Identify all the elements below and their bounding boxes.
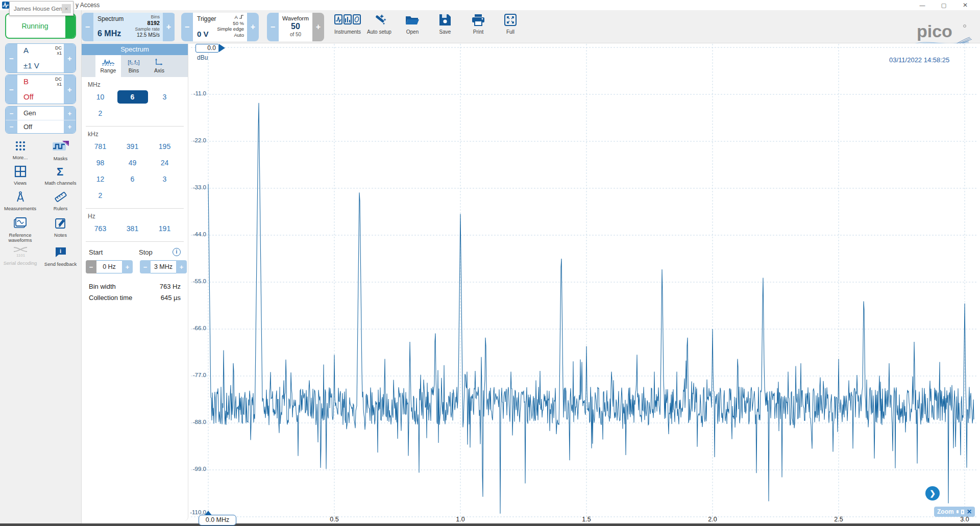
range-option-6mhz-selected[interactable]: 6	[117, 90, 148, 104]
range-option-6khz[interactable]: 6	[117, 172, 148, 186]
channel-b-settings[interactable]: B DCx1 Off	[17, 75, 64, 104]
channel-a-increase-button[interactable]: +	[64, 44, 76, 72]
range-option-781khz[interactable]: 781	[85, 140, 116, 153]
start-label: Start	[89, 248, 139, 256]
capture-timestamp: 03/11/2022 14:58:25	[889, 56, 980, 64]
info-icon[interactable]: i	[173, 248, 181, 256]
channel-a-settings[interactable]: A DCx1 ±1 V	[17, 44, 64, 72]
device-name-popup: James House Gen... ×	[9, 1, 74, 16]
y-tick-label: -66.0	[178, 325, 206, 331]
range-option-763hz[interactable]: 763	[85, 222, 116, 235]
y-tick-label: -88.0	[178, 419, 206, 425]
trigger-decrease-button[interactable]: −	[181, 13, 193, 41]
start-stop-steppers: − 0 Hz + − 3 MHz +	[86, 260, 188, 273]
reference-waveforms-button[interactable]: Reference waveforms	[0, 214, 40, 243]
send-feedback-button[interactable]: i Send feedback	[40, 243, 81, 269]
tab-range[interactable]: Range	[95, 55, 121, 77]
range-option-3mhz[interactable]: 3	[150, 90, 180, 104]
channel-b-increase-button[interactable]: +	[64, 75, 76, 104]
range-option-191hz[interactable]: 191	[150, 222, 180, 235]
start-frequency-value[interactable]: 0 Hz	[96, 260, 122, 273]
collection-time-label: Collection time	[89, 294, 132, 302]
serial-decoding-icon: 1101	[13, 245, 28, 258]
next-view-button[interactable]: ❯	[925, 486, 940, 500]
range-option-98khz[interactable]: 98	[85, 156, 116, 169]
generator-label[interactable]: Gen	[17, 107, 64, 120]
range-option-12khz[interactable]: 12	[85, 172, 116, 186]
channel-a-block: − A DCx1 ±1 V +	[5, 43, 76, 73]
open-button[interactable]: Open	[396, 12, 429, 42]
khz-section-label: kHz	[88, 131, 188, 138]
minimize-button[interactable]: —	[914, 0, 931, 10]
measurements-button[interactable]: Measurements	[0, 189, 40, 214]
spectrum-range-decrease-button[interactable]: −	[82, 13, 93, 41]
masks-button[interactable]: BETA Masks	[40, 138, 81, 163]
popup-close-icon[interactable]: ×	[62, 4, 71, 13]
stop-increase-button[interactable]: +	[176, 260, 187, 273]
generator-increase-button[interactable]: +	[64, 107, 76, 120]
range-option-49khz[interactable]: 49	[117, 156, 148, 169]
maximize-button[interactable]: ▢	[935, 0, 952, 10]
waveform-block[interactable]: Waveform 50 of 50	[279, 13, 312, 41]
instruments-button[interactable]: Instruments	[331, 12, 364, 42]
range-option-24khz[interactable]: 24	[150, 156, 180, 169]
auto-setup-button[interactable]: Auto setup	[363, 12, 396, 42]
x-tick-label: 2.0	[701, 516, 724, 523]
generator-output-increase-button[interactable]: +	[64, 120, 76, 133]
notes-button[interactable]: Notes	[40, 214, 81, 243]
more-button[interactable]: More...	[0, 138, 40, 163]
tab-axis[interactable]: Axis	[146, 55, 172, 77]
y-axis-marker[interactable]: 0.0	[195, 44, 219, 53]
range-option-10mhz[interactable]: 10	[85, 90, 116, 104]
print-button[interactable]: Print	[462, 12, 495, 42]
waveform-previous-button[interactable]: −	[267, 13, 279, 41]
waveform-next-button[interactable]: +	[312, 13, 324, 41]
collection-time-row: Collection time 645 µs	[89, 294, 181, 302]
range-option-2khz[interactable]: 2	[85, 189, 116, 202]
start-decrease-button[interactable]: −	[86, 260, 96, 273]
start-increase-button[interactable]: +	[122, 260, 133, 273]
run-stop-button[interactable]: Running	[5, 13, 76, 39]
range-option-2mhz[interactable]: 2	[85, 107, 116, 120]
svg-text:Σ: Σ	[57, 165, 63, 178]
stop-frequency-value[interactable]: 3 MHz	[151, 260, 176, 273]
mhz-section-label: MHz	[88, 81, 188, 88]
x-tick-label: 2.5	[827, 516, 850, 523]
window-title: y Access	[76, 0, 100, 10]
zoom-window-icon[interactable]	[957, 510, 959, 513]
rulers-button[interactable]: Rulers	[40, 189, 81, 214]
hz-range-grid: 763 381 191	[84, 222, 188, 235]
range-option-3khz[interactable]: 3	[150, 172, 180, 186]
spectrum-range-block[interactable]: Spectrum 6 MHz Bins 8192 Sample rate 12.…	[93, 13, 163, 41]
close-button[interactable]: ✕	[957, 0, 974, 10]
stop-decrease-button[interactable]: −	[140, 260, 151, 273]
trigger-block[interactable]: Trigger 0 V A 50 % Simple edge Auto	[193, 13, 247, 41]
x-axis-marker[interactable]: 0.0 MHz	[199, 515, 236, 525]
stop-label: Stop	[139, 248, 173, 256]
channel-a-decrease-button[interactable]: −	[6, 44, 17, 72]
spectrum-settings-panel: Spectrum Range [f₁.f₂] Bins Axis	[82, 44, 188, 521]
views-button[interactable]: Views	[0, 163, 40, 189]
generator-output-decrease-button[interactable]: −	[6, 120, 17, 133]
channel-a-range: ±1 V	[23, 61, 39, 70]
math-channels-button[interactable]: Σ Math channels	[40, 163, 81, 189]
range-option-391khz[interactable]: 391	[117, 140, 148, 153]
trigger-block-title: Trigger	[197, 15, 216, 22]
spectrum-range-increase-button[interactable]: +	[163, 13, 175, 41]
tab-bins[interactable]: [f₁.f₂] Bins	[121, 55, 146, 77]
waveform-title: Waveform	[279, 15, 312, 21]
sidebar: Running − A DCx1 ±1 V + − B DCx1 Off + −	[0, 10, 82, 523]
generator-block: − Gen + − Off +	[5, 106, 76, 134]
picoscope-window: y Access — ▢ ✕ James House Gen... × − Sp…	[0, 0, 980, 526]
zoom-close-icon[interactable]: ✕	[967, 507, 972, 517]
full-screen-button[interactable]: Full	[494, 12, 527, 42]
trigger-increase-button[interactable]: +	[247, 13, 259, 41]
views-icon	[14, 165, 27, 178]
range-option-381hz[interactable]: 381	[117, 222, 148, 235]
generator-output-value[interactable]: Off	[17, 120, 64, 133]
range-option-195khz[interactable]: 195	[150, 140, 180, 153]
generator-decrease-button[interactable]: −	[6, 107, 17, 120]
save-button[interactable]: Save	[429, 12, 461, 42]
zoom-box-icon[interactable]	[961, 510, 964, 514]
channel-b-decrease-button[interactable]: −	[6, 75, 17, 104]
